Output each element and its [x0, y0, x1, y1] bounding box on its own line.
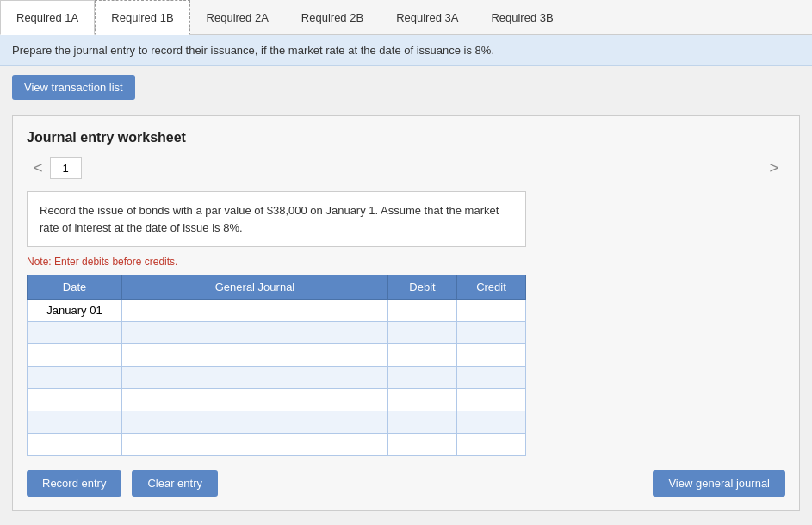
journal-date-input[interactable] — [31, 392, 118, 408]
journal-credit-cell — [457, 434, 526, 456]
tab-label: Required 2A — [207, 11, 269, 24]
col-header-debit: Debit — [388, 275, 457, 300]
journal-date-input[interactable] — [31, 414, 118, 430]
tab-required-2b[interactable]: Required 2B — [285, 0, 380, 34]
journal-entry-cell — [122, 367, 388, 389]
info-bar: Prepare the journal entry to record thei… — [0, 35, 812, 66]
table-row — [28, 367, 526, 389]
journal-credit-cell — [457, 367, 526, 389]
journal-entry-cell — [122, 322, 388, 344]
journal-credit-cell — [457, 344, 526, 367]
journal-credit-cell — [457, 411, 526, 434]
tab-label: Required 3B — [491, 11, 553, 24]
tab-required-3a[interactable]: Required 3A — [380, 0, 474, 34]
page-number: 1 — [50, 158, 82, 179]
journal-entry-input[interactable] — [126, 392, 384, 408]
journal-entry-cell — [122, 411, 388, 434]
journal-entry-input[interactable] — [126, 414, 384, 430]
tabs-bar: Required 1A Required 1B Required 2A Requ… — [0, 0, 812, 35]
tab-required-3b[interactable]: Required 3B — [474, 0, 569, 34]
tab-label: Required 3A — [396, 11, 458, 24]
nav-prev-button[interactable]: < — [27, 158, 50, 179]
journal-credit-cell — [457, 300, 526, 322]
col-header-general-journal: General Journal — [122, 275, 388, 300]
table-row — [28, 389, 526, 411]
journal-date-cell — [28, 367, 122, 389]
journal-date-cell — [28, 344, 122, 367]
nav-next-button[interactable]: > — [762, 158, 785, 179]
record-entry-button[interactable]: Record entry — [27, 470, 121, 497]
journal-credit-input[interactable] — [461, 347, 522, 363]
table-row — [28, 411, 526, 434]
tab-label: Required 2B — [301, 11, 363, 24]
description-box: Record the issue of bonds with a par val… — [27, 191, 526, 247]
journal-debit-cell — [388, 300, 457, 322]
tab-required-1b[interactable]: Required 1B — [95, 0, 189, 35]
view-general-journal-button[interactable]: View general journal — [653, 470, 785, 497]
note-text: Note: Enter debits before credits. — [27, 256, 785, 268]
journal-entry-input[interactable] — [126, 369, 384, 386]
journal-date-input[interactable] — [31, 347, 118, 363]
table-row — [28, 322, 526, 344]
description-text: Record the issue of bonds with a par val… — [40, 204, 499, 234]
journal-date-cell — [28, 411, 122, 434]
journal-entry-input[interactable] — [126, 347, 384, 363]
journal-entry-cell — [122, 434, 388, 456]
journal-credit-cell — [457, 322, 526, 344]
journal-debit-cell — [388, 411, 457, 434]
journal-date-input[interactable] — [31, 369, 118, 386]
journal-credit-input[interactable] — [461, 302, 522, 318]
journal-credit-input[interactable] — [461, 392, 522, 408]
journal-debit-input[interactable] — [392, 369, 453, 386]
tab-label: Required 1A — [16, 11, 78, 24]
worksheet-container: Journal entry worksheet < 1 > Record the… — [12, 115, 800, 511]
journal-debit-cell — [388, 389, 457, 411]
journal-debit-cell — [388, 322, 457, 344]
journal-entry-input[interactable] — [126, 436, 384, 453]
view-transaction-list-button[interactable]: View transaction list — [12, 75, 135, 100]
journal-debit-input[interactable] — [392, 414, 453, 430]
journal-debit-cell — [388, 434, 457, 456]
journal-credit-input[interactable] — [461, 436, 522, 453]
info-bar-text: Prepare the journal entry to record thei… — [12, 44, 494, 57]
clear-entry-button[interactable]: Clear entry — [132, 470, 218, 497]
journal-credit-input[interactable] — [461, 324, 522, 341]
journal-entry-input[interactable] — [126, 324, 384, 341]
journal-debit-cell — [388, 344, 457, 367]
journal-credit-input[interactable] — [461, 414, 522, 430]
table-row — [28, 344, 526, 367]
nav-row: < 1 > — [27, 158, 785, 179]
tab-required-1a[interactable]: Required 1A — [0, 0, 95, 35]
journal-debit-input[interactable] — [392, 347, 453, 363]
table-row — [28, 434, 526, 456]
journal-debit-cell — [388, 367, 457, 389]
journal-entry-cell — [122, 300, 388, 322]
journal-debit-input[interactable] — [392, 436, 453, 453]
journal-date-cell — [28, 389, 122, 411]
journal-debit-input[interactable] — [392, 302, 453, 318]
journal-entry-cell — [122, 389, 388, 411]
col-header-credit: Credit — [457, 275, 526, 300]
journal-debit-input[interactable] — [392, 392, 453, 408]
tab-label: Required 1B — [111, 11, 173, 24]
journal-entry-cell — [122, 344, 388, 367]
journal-date-cell: January 01 — [28, 300, 122, 322]
bottom-buttons: Record entry Clear entry View general jo… — [27, 470, 785, 497]
journal-entry-input[interactable] — [126, 302, 384, 318]
table-row: January 01 — [28, 300, 526, 322]
journal-credit-input[interactable] — [461, 369, 522, 386]
journal-date-cell — [28, 322, 122, 344]
col-header-date: Date — [28, 275, 122, 300]
journal-date-input[interactable] — [31, 436, 118, 453]
tab-required-2a[interactable]: Required 2A — [190, 0, 285, 34]
journal-debit-input[interactable] — [392, 324, 453, 341]
journal-table: Date General Journal Debit Credit Januar… — [27, 275, 526, 456]
journal-credit-cell — [457, 389, 526, 411]
journal-date-cell — [28, 434, 122, 456]
journal-date-input[interactable] — [31, 324, 118, 341]
worksheet-title: Journal entry worksheet — [27, 130, 785, 145]
